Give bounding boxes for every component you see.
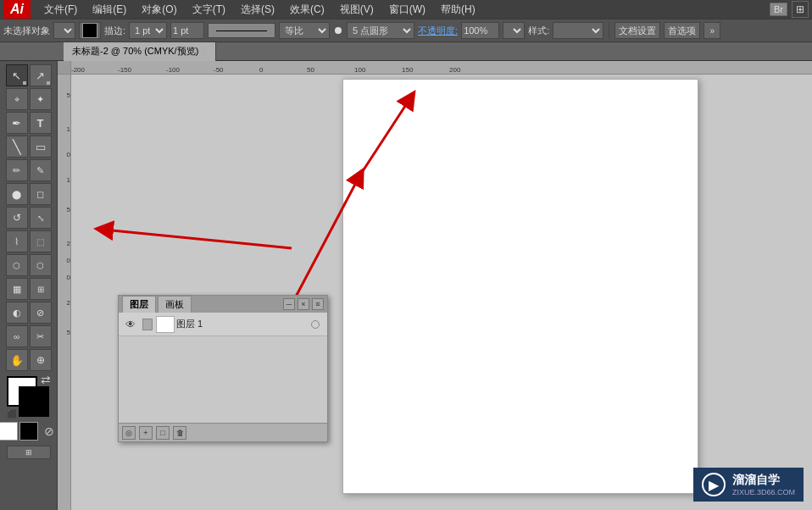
paintbrush-tool[interactable]: ✏ [6,159,28,181]
tab-artboards[interactable]: 画板 [158,296,192,313]
style-selector[interactable] [53,22,75,39]
canvas-wrapper: 5 1 0 1 5 2 0 0 2 5 [58,75,812,510]
eyedropper-tool[interactable]: ⊘ [30,302,52,324]
delete-layer-button[interactable]: 🗑 [173,426,186,440]
tool-row-6: ⬤ ◻ [6,183,52,205]
tool-row-8: ⌇ ⬚ [6,230,52,252]
tool-row-9: ⬡ ⬡ [6,254,52,276]
canvas-area: -200 -150 -100 -50 0 50 100 150 200 5 1 … [58,61,812,510]
make-sublayer-button[interactable]: + [139,426,153,440]
color-box-area: ⇄ ⬛ [7,376,51,419]
transparency-label[interactable]: 不透明度: [418,25,458,37]
new-layer-button[interactable]: □ [156,426,170,440]
menu-select[interactable]: 选择(S) [234,1,281,19]
ruler-mark: 50 [307,66,314,74]
menu-text[interactable]: 文字(T) [186,1,232,19]
blob-brush-tool[interactable]: ⬤ [6,183,28,205]
fill-box[interactable] [79,22,101,39]
view-mode-area: ⊞ [7,446,51,459]
watermark: ▶ 溜溜自学 ZIXUE.3D66.COM [693,468,804,502]
panel-close-button[interactable]: × [298,298,309,310]
line-tool[interactable]: ╲ [6,136,28,158]
extra-options[interactable]: » [704,22,720,39]
stroke-indicator[interactable] [19,422,38,441]
scale-tool[interactable]: ⤡ [30,207,52,229]
watermark-logo: ▶ [702,473,726,496]
menu-bar: Ai 文件(F) 编辑(E) 对象(O) 文字(T) 选择(S) 效果(C) 视… [0,0,812,19]
view-mode-button[interactable]: ⊞ [7,446,51,459]
preferences-button[interactable]: 首选项 [664,22,700,39]
warp-tool[interactable]: ⌇ [6,230,28,252]
pen-tool[interactable]: ✒ [6,112,28,134]
menu-edit[interactable]: 编辑(E) [86,1,133,19]
canvas-background[interactable]: 图层 画板 ─ × ≡ 👁 [71,75,812,510]
menu-effect[interactable]: 效果(C) [283,1,331,19]
type-tool[interactable]: T [30,112,52,134]
transparency-select[interactable] [503,22,525,39]
swap-colors-button[interactable]: ⇄ [41,373,51,386]
panel-minimize-button[interactable]: ─ [283,298,295,310]
rect-tool[interactable]: ▭ [30,136,52,158]
panel-tabs: 图层 画板 [122,296,192,313]
shape-builder-tool[interactable]: ⬡ [6,254,28,276]
graph-tool[interactable]: ▦ [6,278,28,300]
ruler-v-mark: 2 [67,299,70,307]
tool-row-7: ↺ ⤡ [6,207,52,229]
menu-file[interactable]: 文件(F) [37,1,84,19]
eraser-tool[interactable]: ◻ [30,183,52,205]
stroke-preview [208,23,275,38]
stroke-selector[interactable]: 1 pt [129,22,167,39]
select-tool[interactable]: ↖ [6,64,28,86]
direct-select-tool[interactable]: ↗ [30,64,52,86]
style-dropdown[interactable] [553,22,603,39]
live-paint-tool[interactable]: ⬡ [30,254,52,276]
stroke-value-input[interactable] [170,22,204,39]
menu-object[interactable]: 对象(O) [135,1,183,19]
pencil-tool[interactable]: ✎ [30,159,52,181]
menu-help[interactable]: 帮助(H) [434,1,482,19]
tab-layers[interactable]: 图层 [122,296,156,313]
foreground-color-box[interactable] [19,386,49,417]
layer-lock-toggle[interactable] [141,319,154,330]
magic-wand-tool[interactable]: ✦ [30,88,52,110]
layer-row[interactable]: 👁 图层 1 [119,313,327,336]
ratio-selector[interactable]: 等比 [279,22,330,39]
blend-tool[interactable]: ∞ [6,325,28,347]
ruler-v-mark: 5 [67,329,70,336]
tool-row-3: ✒ T [6,112,52,134]
scissors-tool[interactable]: ✂ [30,325,52,347]
shape-selector[interactable]: 5 点圆形 [347,22,414,39]
document-tab[interactable]: 未标题-2 @ 70% (CMYK/预览) × [64,42,216,61]
menu-view[interactable]: 视图(V) [333,1,381,19]
gradient-tool[interactable]: ◐ [6,302,28,324]
no-fill-indicator[interactable]: ⊘ [40,422,58,441]
free-transform-tool[interactable]: ⬚ [30,230,52,252]
tab-label: 未标题-2 @ 70% (CMYK/预览) [72,45,198,58]
layers-panel-titlebar[interactable]: 图层 画板 ─ × ≡ [119,296,327,313]
fill-indicator[interactable] [0,422,18,441]
lasso-tool[interactable]: ⌖ [6,88,28,110]
tab-bar: 未标题-2 @ 70% (CMYK/预览) × [0,42,812,61]
panel-menu-button[interactable]: ≡ [312,298,324,310]
ruler-mark: 0 [259,66,263,74]
ruler-v-mark: 5 [67,206,70,213]
mesh-tool[interactable]: ⊞ [30,278,52,300]
layers-panel: 图层 画板 ─ × ≡ 👁 [118,295,328,442]
zoom-tool[interactable]: ⊕ [30,349,52,371]
layer-visibility-toggle[interactable]: 👁 [122,319,139,330]
layer-target[interactable] [307,320,324,329]
document-page [342,79,698,494]
menu-window[interactable]: 窗口(W) [382,1,432,19]
reset-colors-button[interactable]: ⬛ [7,409,17,419]
transparency-input[interactable] [461,22,499,39]
hand-tool[interactable]: ✋ [6,349,28,371]
doc-settings-button[interactable]: 文档设置 [615,22,660,39]
bridge-button[interactable]: Br [770,3,787,16]
workspace-icon[interactable]: ⊞ [792,1,809,18]
ruler-mark: 200 [449,66,460,74]
tool-row-1: ↖ ↗ [6,64,52,86]
tab-close-button[interactable]: × [202,47,207,56]
rotate-tool[interactable]: ↺ [6,207,28,229]
locate-object-button[interactable]: ◎ [122,426,136,440]
watermark-main-text: 溜溜自学 [732,473,795,488]
